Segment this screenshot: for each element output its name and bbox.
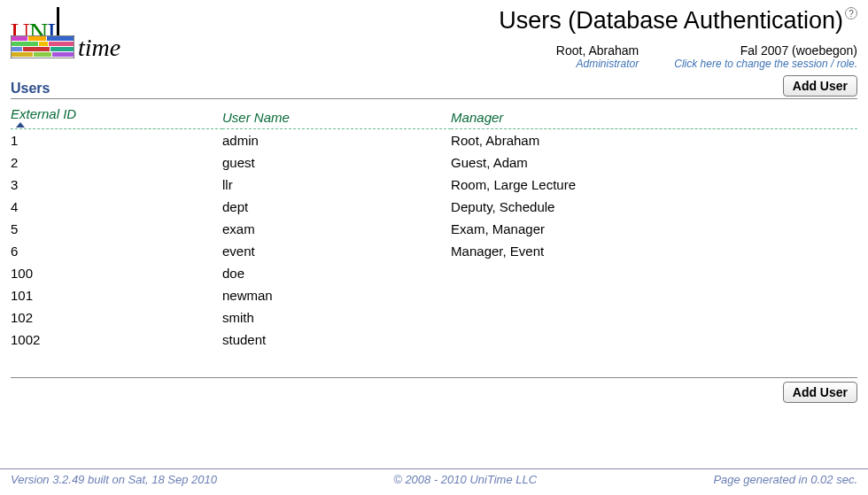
cell-user-name: student [222, 329, 451, 351]
svg-rect-1 [12, 36, 27, 41]
cell-user-name: llr [222, 174, 451, 196]
table-row[interactable]: 100doe [11, 262, 857, 284]
cell-manager: Manager, Event [451, 240, 857, 262]
cell-user-name: newman [222, 284, 451, 306]
cell-manager [451, 262, 857, 284]
cell-manager: Guest, Adam [451, 151, 857, 174]
cell-external-id: 102 [11, 306, 222, 329]
current-session: Fal 2007 (woebegon) [674, 43, 857, 58]
svg-rect-6 [49, 42, 74, 46]
svg-rect-10 [12, 52, 33, 57]
cell-user-name: admin [222, 129, 451, 152]
table-row[interactable]: 5examExam, Manager [11, 218, 857, 240]
footer-version: Version 3.2.49 built on Sat, 18 Sep 2010 [11, 473, 217, 486]
page-footer: Version 3.2.49 built on Sat, 18 Sep 2010… [0, 468, 868, 490]
table-row[interactable]: 1002student [11, 329, 857, 351]
add-user-button-top[interactable]: Add User [783, 75, 857, 97]
cell-external-id: 100 [11, 262, 222, 284]
svg-rect-7 [12, 47, 22, 51]
svg-rect-4 [12, 42, 38, 46]
logo-time-word: time [78, 34, 120, 62]
cell-external-id: 4 [11, 196, 222, 218]
table-row[interactable]: 102smith [11, 306, 857, 329]
table-row[interactable]: 1adminRoot, Abraham [11, 129, 857, 152]
users-table: External ID User Name Manager 1adminRoot… [11, 104, 857, 351]
footer-timing: Page generated in 0.02 sec. [713, 473, 857, 486]
cell-manager [451, 329, 857, 351]
svg-rect-3 [47, 36, 74, 41]
svg-rect-8 [23, 47, 50, 51]
cell-external-id: 1 [11, 129, 222, 152]
section-title: Users [11, 81, 50, 97]
sort-ascending-icon [16, 122, 25, 128]
cell-external-id: 2 [11, 151, 222, 174]
svg-rect-2 [28, 36, 46, 41]
footer-copyright: © 2008 - 2010 UniTime LLC [393, 473, 537, 486]
cell-manager [451, 284, 857, 306]
cell-manager: Root, Abraham [451, 129, 857, 152]
svg-rect-9 [50, 47, 74, 51]
cell-user-name: exam [222, 218, 451, 240]
cell-external-id: 6 [11, 240, 222, 262]
add-user-button-bottom[interactable]: Add User [783, 382, 857, 403]
cell-manager [451, 306, 857, 329]
cell-user-name: doe [222, 262, 451, 284]
svg-rect-11 [34, 52, 51, 57]
cell-external-id: 101 [11, 284, 222, 306]
timetable-icon [11, 35, 74, 61]
svg-rect-12 [52, 52, 74, 57]
cell-user-name: event [222, 240, 451, 262]
cell-external-id: 3 [11, 174, 222, 196]
cell-user-name: smith [222, 306, 451, 329]
current-session-block[interactable]: Fal 2007 (woebegon) Click here to change… [674, 43, 857, 70]
cell-manager: Exam, Manager [451, 218, 857, 240]
table-row[interactable]: 101newman [11, 284, 857, 306]
table-row[interactable]: 3llrRoom, Large Lecture [11, 174, 857, 196]
col-manager[interactable]: Manager [451, 104, 857, 129]
current-user-role: Administrator [556, 58, 639, 70]
session-hint: Click here to change the session / role. [674, 58, 857, 70]
col-external-id[interactable]: External ID [11, 104, 222, 129]
table-header-row: External ID User Name Manager [11, 104, 857, 129]
cell-user-name: guest [222, 151, 451, 174]
table-row[interactable]: 4deptDeputy, Schedule [11, 196, 857, 218]
cell-external-id: 1002 [11, 329, 222, 351]
app-logo: UNI [11, 7, 120, 62]
current-user-block[interactable]: Root, Abraham Administrator [556, 43, 639, 70]
cell-manager: Room, Large Lecture [451, 174, 857, 196]
table-row[interactable]: 2guestGuest, Adam [11, 151, 857, 174]
current-user-name: Root, Abraham [556, 43, 639, 58]
table-row[interactable]: 6eventManager, Event [11, 240, 857, 262]
col-user-name[interactable]: User Name [222, 104, 451, 129]
help-icon[interactable]: ? [845, 7, 857, 19]
page-title: Users (Database Authentication) [499, 7, 843, 35]
cell-manager: Deputy, Schedule [451, 196, 857, 218]
cell-user-name: dept [222, 196, 451, 218]
svg-rect-5 [39, 42, 48, 46]
cell-external-id: 5 [11, 218, 222, 240]
